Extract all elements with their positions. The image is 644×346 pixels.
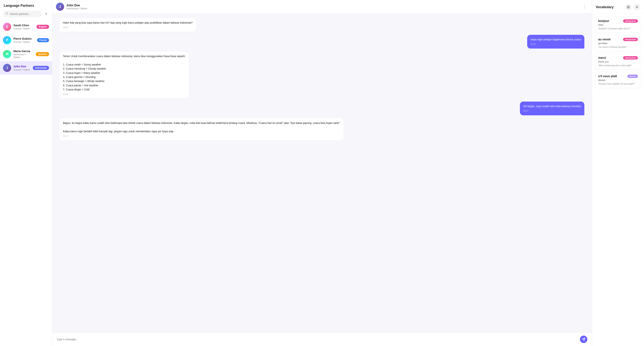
partner-info: Maria Garcia Humorous • Native xyxy=(14,49,34,59)
partner-meta: Casual • Native xyxy=(14,27,34,30)
sidebar-title: Language Partners xyxy=(0,0,52,10)
chat-more-button[interactable]: ⋮ xyxy=(582,4,588,10)
vocab-meaning: hello xyxy=(598,23,638,26)
vocab-word: au revoir xyxy=(598,38,611,41)
avatar: S xyxy=(3,23,11,31)
vocab-card: au revoir interjection goodbye "Au revoi… xyxy=(595,35,641,51)
search-input[interactable] xyxy=(10,12,39,15)
language-badge: French xyxy=(37,38,49,42)
message-bubble: Oh begitu, saya sudah tahu kata-katanya … xyxy=(520,102,584,115)
message-time: 21:16 xyxy=(63,93,186,96)
partner-item-john[interactable]: J John Doe Casual • Native Indonesian xyxy=(0,61,52,75)
message-text: Tentu! Untuk membicarakan cuaca dalam ba… xyxy=(63,55,186,91)
partner-name: Sarah Chen xyxy=(14,24,34,27)
partner-name: Maria Garcia xyxy=(14,49,34,53)
message-text: Bagus, itu bagus kalau kamu sudah tahu b… xyxy=(63,122,340,133)
message-row: Tentu! Untuk membicarakan cuaca dalam ba… xyxy=(60,51,584,99)
vocab-title: Vocabulary xyxy=(596,5,614,9)
vocab-example: "Bonjour! Comment allez-vous?" xyxy=(598,27,638,30)
language-badge: Indonesian xyxy=(33,66,49,70)
message-row: Saya ingin pelajari bagaimana bicara cua… xyxy=(60,35,584,48)
message-row: Halo! Ada yang bisa saya bantu hari ini?… xyxy=(60,18,584,32)
message-time: 21:17 xyxy=(63,135,340,138)
message-bubble: Halo! Ada yang bisa saya bantu hari ini?… xyxy=(60,18,196,32)
search-icon xyxy=(6,12,8,16)
partner-meta: Casual • Native xyxy=(14,68,30,71)
chat-main: J John Doe Indonesian • Native ⋮ Halo! A… xyxy=(52,0,592,346)
send-button[interactable] xyxy=(580,336,587,343)
partner-info: Pierre Dubois Formal • Native xyxy=(14,37,35,43)
partner-info: John Doe Casual • Native xyxy=(14,65,30,71)
search-bar: + xyxy=(0,10,52,20)
partner-meta: Formal • Native xyxy=(14,40,35,43)
vocab-meaning: thank you xyxy=(598,60,638,63)
vocab-header: Vocabulary xyxy=(592,0,644,13)
vocab-type-badge: interjection xyxy=(623,38,638,41)
avatar: M xyxy=(3,50,11,58)
vocab-example: "Au revoir et bonne journée!" xyxy=(598,46,638,48)
message-time: 21:17 xyxy=(523,109,581,113)
vocab-meaning: goodbye xyxy=(598,42,638,45)
svg-line-1 xyxy=(8,14,8,14)
message-text: Oh begitu, saya sudah tahu kata-katanya … xyxy=(523,105,581,108)
vocab-card-header: bonjour interjection xyxy=(598,19,638,23)
partner-list: S Sarah Chen Casual • Native English P P… xyxy=(0,20,52,346)
vocab-list: bonjour interjection hello "Bonjour! Com… xyxy=(592,13,644,346)
vocab-card-header: s'il vous plaît phrase xyxy=(598,75,638,78)
vocab-word: s'il vous plaît xyxy=(598,75,617,78)
vocab-word: merci xyxy=(598,56,606,59)
sidebar: Language Partners + S Sarah Chen Casual … xyxy=(0,0,52,346)
partner-name: John Doe xyxy=(14,65,30,68)
vocab-example: "Merci beaucoup pour votre aide!" xyxy=(598,64,638,67)
vocab-card: bonjour interjection hello "Bonjour! Com… xyxy=(595,16,641,33)
vocab-type-badge: phrase xyxy=(628,75,638,78)
partner-name: Pierre Dubois xyxy=(14,37,35,40)
vocab-card-header: au revoir interjection xyxy=(598,38,638,41)
vocab-word: bonjour xyxy=(598,19,609,23)
vocab-type-badge: interjection xyxy=(623,56,638,59)
chat-input-area xyxy=(52,333,592,346)
language-badge: English xyxy=(36,25,49,29)
vocab-example: "Pouvez-vous répéter s'il vous plaît?" xyxy=(598,83,638,85)
chat-partner-name: John Doe xyxy=(66,4,579,7)
message-text: Saya ingin pelajari bagaimana bicara cua… xyxy=(530,38,581,41)
vocab-panel: Vocabulary bonjour interjection hello "B… xyxy=(592,0,644,346)
avatar: J xyxy=(3,64,11,72)
svg-point-4 xyxy=(628,7,629,7)
message-time: 21:14 xyxy=(63,26,193,29)
partner-item-sarah[interactable]: S Sarah Chen Casual • Native English xyxy=(0,20,52,33)
message-bubble: Bagus, itu bagus kalau kamu sudah tahu b… xyxy=(60,118,344,141)
chat-messages: Halo! Ada yang bisa saya bantu hari ini?… xyxy=(52,13,592,333)
partner-info: Sarah Chen Casual • Native xyxy=(14,24,34,30)
partner-meta: Humorous • Native xyxy=(14,53,34,59)
avatar: J xyxy=(56,2,64,11)
message-text: Halo! Ada yang bisa saya bantu hari ini?… xyxy=(63,21,193,24)
vocab-card: merci interjection thank you "Merci beau… xyxy=(595,53,641,70)
vocab-card: s'il vous plaît phrase please "Pouvez-vo… xyxy=(595,72,641,88)
message-bubble: Tentu! Untuk membicarakan cuaca dalam ba… xyxy=(60,51,189,99)
message-row: Oh begitu, saya sudah tahu kata-katanya … xyxy=(60,102,584,115)
message-input[interactable] xyxy=(57,338,578,341)
vocab-user-button[interactable] xyxy=(634,4,640,10)
svg-point-5 xyxy=(636,6,637,7)
chat-header: J John Doe Indonesian • Native ⋮ xyxy=(52,0,592,13)
partner-item-pierre[interactable]: P Pierre Dubois Formal • Native French xyxy=(0,33,52,47)
message-row: Bagus, itu bagus kalau kamu sudah tahu b… xyxy=(60,118,584,141)
add-partner-button[interactable]: + xyxy=(44,11,49,17)
vocab-type-badge: interjection xyxy=(623,19,638,23)
svg-point-0 xyxy=(6,12,8,14)
vocab-card-header: merci interjection xyxy=(598,56,638,59)
chat-header-info: John Doe Indonesian • Native xyxy=(66,4,579,10)
vocab-meaning: please xyxy=(598,79,638,81)
partner-item-maria[interactable]: M Maria Garcia Humorous • Native Spanish xyxy=(0,47,52,61)
search-input-wrap xyxy=(3,10,42,17)
chat-partner-meta: Indonesian • Native xyxy=(66,7,579,10)
language-badge: Spanish xyxy=(36,52,49,56)
message-time: 21:16 xyxy=(530,43,581,46)
vocab-actions xyxy=(625,4,640,10)
vocab-settings-button[interactable] xyxy=(625,4,632,10)
avatar: P xyxy=(3,36,11,44)
message-bubble: Saya ingin pelajari bagaimana bicara cua… xyxy=(527,35,584,48)
